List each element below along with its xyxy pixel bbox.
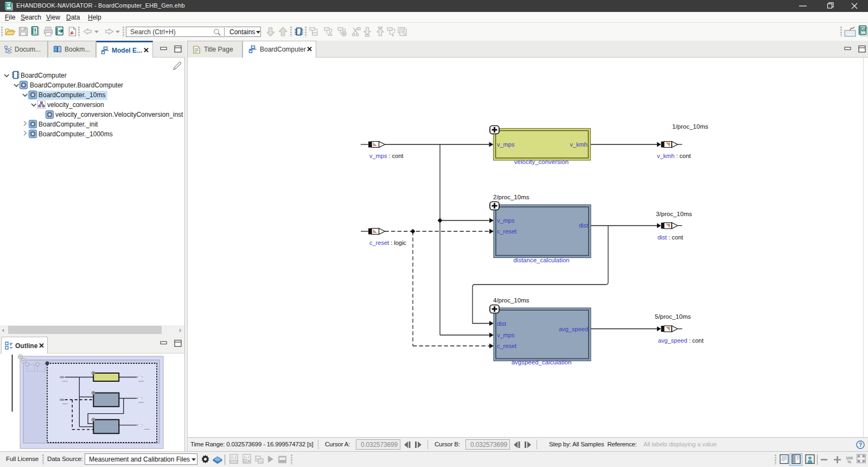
svg-text:v_kmh: v_kmh bbox=[570, 141, 588, 148]
svg-text:1/proc_10ms: 1/proc_10ms bbox=[672, 123, 709, 130]
svg-text:dist: dist bbox=[497, 320, 506, 327]
svg-text:v_kmh : cont: v_kmh : cont bbox=[657, 153, 691, 159]
svg-text:v_mps: v_mps bbox=[497, 141, 515, 148]
svg-text:v_mps: v_mps bbox=[497, 217, 515, 224]
svg-text:distance_calculation: distance_calculation bbox=[513, 257, 570, 263]
svg-text:5/proc_10ms: 5/proc_10ms bbox=[655, 313, 691, 320]
svg-text:dist : cont: dist : cont bbox=[658, 234, 683, 241]
svg-text:avg_speed: avg_speed bbox=[559, 326, 588, 332]
svg-text:2/proc_10ms: 2/proc_10ms bbox=[493, 194, 529, 200]
svg-text:velocity_conversion.VelocityCo: velocity_conversion.VelocityConversion_i… bbox=[55, 111, 183, 118]
svg-text:BoardComputer: BoardComputer bbox=[21, 72, 67, 79]
svg-text:3/proc_10ms: 3/proc_10ms bbox=[656, 211, 692, 217]
svg-text:v_mps : cont: v_mps : cont bbox=[369, 153, 403, 159]
svg-text:c_reset: c_reset bbox=[497, 343, 516, 349]
svg-text:c_reset: c_reset bbox=[497, 228, 516, 235]
svg-text:avg_speed : cont: avg_speed : cont bbox=[658, 337, 704, 344]
svg-text:v_mps: v_mps bbox=[497, 332, 515, 338]
svg-text:avgspeed_calculation: avgspeed_calculation bbox=[512, 359, 572, 365]
svg-text:velocity_conversion: velocity_conversion bbox=[514, 159, 569, 165]
svg-text:BoardComputer._10ms: BoardComputer._10ms bbox=[39, 91, 105, 99]
svg-text:BoardComputer._init: BoardComputer._init bbox=[39, 121, 98, 128]
svg-text:%: % bbox=[847, 459, 851, 463]
svg-text:velocity_conversion: velocity_conversion bbox=[47, 101, 104, 109]
svg-text:BoardComputer.BoardComputer: BoardComputer.BoardComputer bbox=[30, 81, 123, 89]
svg-text:?: ? bbox=[859, 442, 862, 448]
svg-text:4/proc_10ms: 4/proc_10ms bbox=[493, 297, 529, 304]
svg-text:dist: dist bbox=[579, 222, 588, 229]
svg-text:c_reset : logic: c_reset : logic bbox=[369, 239, 406, 246]
svg-text:BoardComputer._1000ms: BoardComputer._1000ms bbox=[39, 130, 113, 138]
